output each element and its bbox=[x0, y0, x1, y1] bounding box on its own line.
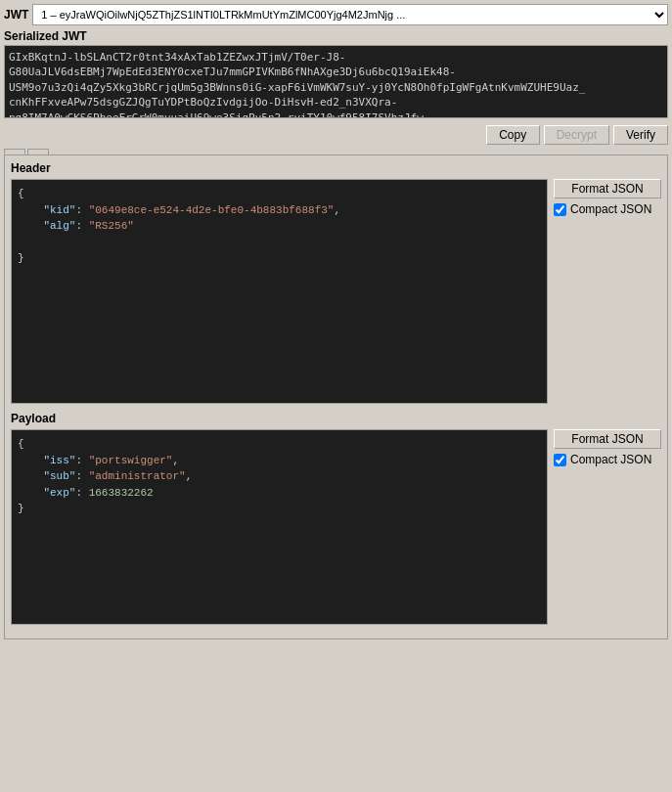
payload-format-json-button[interactable]: Format JSON bbox=[554, 429, 661, 449]
tab-jws[interactable] bbox=[4, 149, 25, 154]
payload-editor[interactable]: { "iss": "portswigger", "sub": "administ… bbox=[11, 429, 548, 625]
jwt-select[interactable]: 1 – eyJraWQiOilwNjQ5ZThjZS1lNTI0LTRkMmUt… bbox=[32, 4, 668, 25]
serialized-jwt-textarea[interactable] bbox=[4, 45, 668, 118]
header-label: Header bbox=[11, 161, 661, 175]
header-format-json-button[interactable]: Format JSON bbox=[554, 179, 661, 198]
payload-compact-json-label: Compact JSON bbox=[570, 453, 651, 466]
decrypt-button[interactable]: Decrypt bbox=[544, 125, 609, 145]
tab-jwe[interactable] bbox=[27, 149, 49, 154]
jwt-label: JWT bbox=[4, 8, 28, 22]
header-compact-json-label: Compact JSON bbox=[570, 202, 651, 216]
payload-label: Payload bbox=[11, 412, 661, 425]
verify-button[interactable]: Verify bbox=[613, 125, 668, 145]
header-compact-json-checkbox[interactable] bbox=[554, 203, 566, 216]
serialized-jwt-label: Serialized JWT bbox=[4, 29, 668, 43]
payload-compact-json-checkbox[interactable] bbox=[554, 454, 566, 466]
header-editor[interactable]: { "kid": "0649e8ce-e524-4d2e-bfe0-4b883b… bbox=[11, 179, 548, 404]
copy-button[interactable]: Copy bbox=[486, 125, 540, 145]
